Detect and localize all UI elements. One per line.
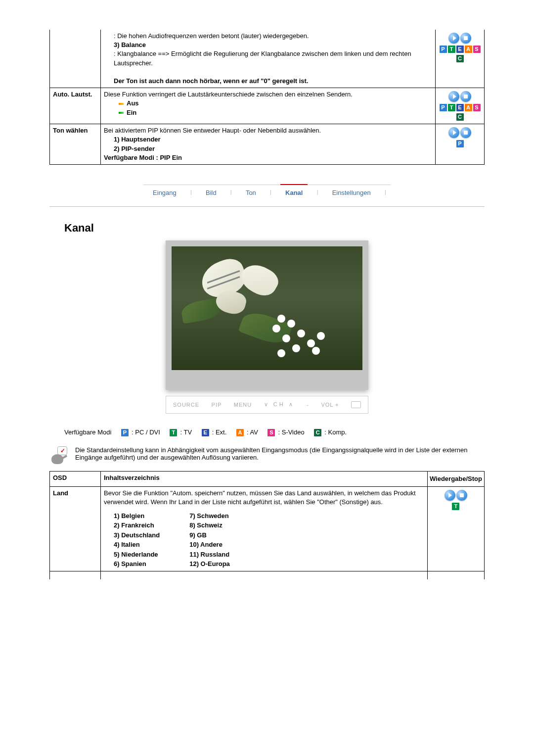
tag-t-icon: T <box>170 429 177 436</box>
auto-volume-cell: Diese Funktion verringert die Lautstärke… <box>101 88 436 124</box>
tag-s-icon: S <box>267 429 275 436</box>
stop-icon[interactable] <box>456 490 467 501</box>
sound-select-label: Ton wählen <box>50 124 101 165</box>
play-icon[interactable] <box>448 33 459 44</box>
tag-p-icon: P <box>121 429 129 436</box>
tag-c-icon: C <box>456 113 464 121</box>
modi-t: : TV <box>180 428 192 436</box>
monitor-frame <box>166 240 368 390</box>
flower-shape <box>308 340 314 346</box>
hdr-osd: OSD <box>50 471 101 486</box>
tab-separator: | <box>317 189 318 196</box>
balance-cell: : Die hohen Audiofrequenzen werden beton… <box>101 30 436 88</box>
mode-tags-row2: C <box>438 55 482 62</box>
auto-volume-icons-cell: P T E A S C <box>436 88 485 124</box>
hdr-wiedergabe: Wiedergabe/Stop <box>427 471 484 486</box>
option-off: Aus <box>104 99 432 108</box>
tab-einstellungen[interactable]: Einstellungen <box>327 189 376 196</box>
country-item: 9) GB <box>189 530 230 540</box>
flower-shape <box>293 345 299 351</box>
btn-ch: ∨ CH ∧ <box>264 401 295 408</box>
tag-c-icon: C <box>456 55 464 62</box>
land-label: Land <box>50 487 101 571</box>
modi-p: : PC / DVI <box>132 428 160 436</box>
note-person-icon: ✓ <box>49 446 67 464</box>
empty-cell <box>101 571 428 579</box>
balance-icons-cell: P T E A S C <box>436 30 485 88</box>
country-item: 11) Russland <box>189 550 230 560</box>
country-columns: 1) Belgien 2) Frankreich 3) Deutschland … <box>104 511 424 569</box>
btn-pip: PIP <box>212 402 222 408</box>
mode-tags: P T E A S <box>438 46 482 53</box>
play-stop-icons[interactable] <box>448 127 471 138</box>
tab-separator: | <box>230 189 232 196</box>
country-item: 12) O-Europa <box>189 559 230 569</box>
play-stop-icons[interactable] <box>445 490 467 501</box>
balance-note: Der Ton ist auch dann noch hörbar, wenn … <box>104 77 432 86</box>
btn-minus: - <box>307 402 309 408</box>
stop-icon[interactable] <box>460 33 471 44</box>
tab-bild[interactable]: Bild <box>201 189 222 196</box>
option-main: 1) Hauptsender <box>104 135 432 144</box>
country-item: 4) Italien <box>114 540 160 550</box>
country-item: 2) Frankreich <box>114 520 160 530</box>
sound-select-cell: Bei aktiviertem PIP können Sie entweder … <box>101 124 436 165</box>
channel-table: OSD Inhaltsverzeichnis Wiedergabe/Stop L… <box>49 471 485 579</box>
high-freq-desc: : Die hohen Audiofrequenzen werden beton… <box>104 32 432 41</box>
country-item: 10) Andere <box>189 540 230 550</box>
option-on: Ein <box>104 108 432 117</box>
tag-p-icon: P <box>456 140 464 147</box>
play-icon[interactable] <box>448 91 459 102</box>
tag-a-icon: A <box>236 429 244 436</box>
tab-eingang[interactable]: Eingang <box>148 189 181 196</box>
tag-e-icon: E <box>456 104 464 111</box>
btn-menu: MENU <box>234 402 252 408</box>
tag-c-icon: C <box>314 429 321 436</box>
balance-desc: : Klangbalance ==> Ermöglicht die Reguli… <box>104 49 432 67</box>
flower-shape <box>298 331 304 336</box>
play-stop-icons[interactable] <box>448 33 471 44</box>
tag-s-icon: S <box>473 46 481 53</box>
flower-cluster <box>259 306 348 365</box>
empty-cell <box>50 30 101 88</box>
btn-vol: VOL + <box>321 402 339 408</box>
tab-ton[interactable]: Ton <box>241 189 261 196</box>
tab-nav: Eingang | Bild | Ton | Kanal | Einstellu… <box>143 185 391 196</box>
tab-kanal[interactable]: Kanal <box>280 184 308 196</box>
sound-select-icons-cell: P <box>436 124 485 165</box>
ch-label: CH <box>273 401 285 407</box>
available-modes: Verfügbare Modi : PIP Ein <box>104 153 432 162</box>
play-icon[interactable] <box>448 127 459 138</box>
flower-shape <box>278 350 284 356</box>
note-text: Die Standardeinstellung kann in Abhängig… <box>75 446 485 461</box>
stop-icon[interactable] <box>460 127 471 138</box>
balance-label: 3) Balance <box>104 41 432 49</box>
tag-t-icon: T <box>448 46 455 53</box>
modi-a: : AV <box>247 428 258 436</box>
sound-settings-table: : Die hohen Audiofrequenzen werden beton… <box>49 30 485 165</box>
tag-p-icon: P <box>440 104 447 111</box>
play-stop-icons[interactable] <box>448 91 471 102</box>
tag-e-icon: E <box>456 46 464 53</box>
country-item: 5) Niederlande <box>114 550 160 560</box>
monitor-illustration: SOURCE PIP MENU ∨ CH ∧ - VOL + <box>166 240 368 414</box>
flower-shape <box>313 348 319 354</box>
tag-t-icon: T <box>448 104 455 111</box>
country-col-left: 1) Belgien 2) Frankreich 3) Deutschland … <box>114 511 160 569</box>
country-item: 3) Deutschland <box>114 530 160 540</box>
country-item: 8) Schweiz <box>189 520 230 530</box>
stop-icon[interactable] <box>460 91 471 102</box>
tab-separator: | <box>190 189 192 196</box>
monitor-screen <box>172 246 362 370</box>
modi-e: : Ext. <box>212 428 227 436</box>
section-title: Kanal <box>64 222 485 235</box>
country-item: 7) Schweden <box>189 511 230 521</box>
play-icon[interactable] <box>445 490 455 501</box>
flower-shape <box>288 321 294 327</box>
mode-tags: P T E A S <box>438 104 482 111</box>
land-cell: Bevor Sie die Funktion "Autom. speichern… <box>101 487 428 571</box>
country-item: 1) Belgien <box>114 511 160 521</box>
tab-separator: | <box>270 189 271 196</box>
available-modes-legend: Verfügbare Modi P: PC / DVI T: TV E: Ext… <box>49 428 485 436</box>
mode-tags: P <box>438 140 482 147</box>
